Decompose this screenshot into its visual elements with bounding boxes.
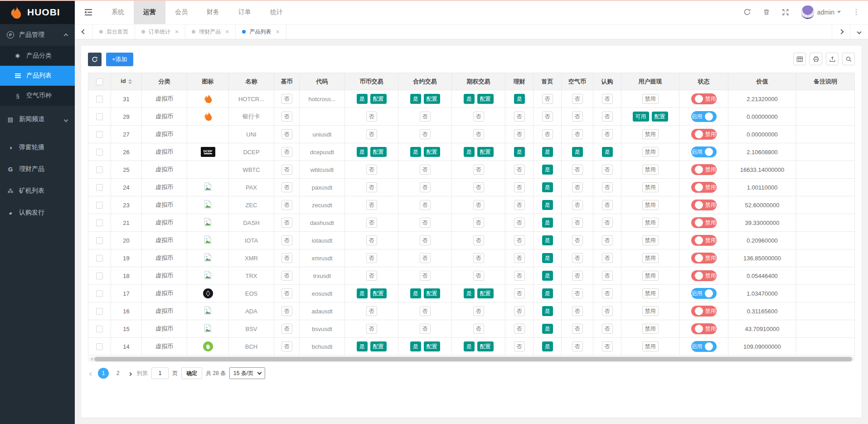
- toggle-tag-button[interactable]: 否: [572, 112, 583, 122]
- select-all-checkbox[interactable]: [96, 78, 103, 85]
- toggle-tag-button[interactable]: 否: [542, 94, 553, 104]
- search-icon[interactable]: [842, 53, 855, 65]
- status-toggle[interactable]: 禁用: [691, 93, 717, 104]
- toggle-tag-button[interactable]: 是: [464, 288, 475, 298]
- toggle-tag-button[interactable]: 禁用: [642, 165, 659, 175]
- toggle-tag-button[interactable]: 否: [514, 129, 525, 139]
- trash-icon[interactable]: [763, 8, 770, 16]
- toggle-tag-button[interactable]: 否: [366, 182, 377, 192]
- confirm-button[interactable]: 确定: [181, 367, 202, 379]
- toggle-tag-button[interactable]: 禁用: [642, 94, 659, 104]
- toggle-tag-button[interactable]: 否: [572, 200, 583, 210]
- toggle-tag-button[interactable]: 是: [410, 288, 421, 298]
- sidebar-item-popup-carousel[interactable]: ◑ 弹窗轮播: [0, 136, 75, 158]
- user-menu[interactable]: admin: [801, 5, 841, 19]
- prev-page-icon[interactable]: [88, 370, 94, 377]
- fullscreen-icon[interactable]: [782, 9, 789, 16]
- topnav-item-finance[interactable]: 财务: [197, 0, 229, 24]
- toggle-tag-button[interactable]: 否: [602, 235, 613, 245]
- topnav-item-statistics[interactable]: 统计: [261, 0, 292, 24]
- goto-page-input[interactable]: [151, 367, 169, 379]
- row-checkbox[interactable]: [96, 166, 103, 173]
- toggle-tag-button[interactable]: 是: [464, 341, 475, 351]
- toggle-tag-button[interactable]: 否: [420, 200, 431, 210]
- row-checkbox[interactable]: [96, 149, 103, 156]
- toggle-tag-button[interactable]: 否: [281, 165, 292, 175]
- toggle-tag-button[interactable]: 是: [357, 147, 368, 157]
- toggle-tag-button[interactable]: 否: [281, 182, 292, 192]
- avatar[interactable]: [801, 5, 815, 19]
- toggle-tag-button[interactable]: 否: [473, 271, 484, 281]
- toggle-tag-button[interactable]: 否: [514, 253, 525, 263]
- toggle-tag-button[interactable]: 是: [514, 147, 525, 157]
- status-toggle[interactable]: 启用: [691, 341, 717, 352]
- config-button[interactable]: 配置: [652, 112, 668, 122]
- config-button[interactable]: 配置: [477, 94, 494, 104]
- status-toggle[interactable]: 禁用: [691, 217, 717, 228]
- sidebar-toggle-icon[interactable]: [75, 9, 102, 16]
- status-toggle[interactable]: 禁用: [691, 182, 717, 193]
- toggle-tag-button[interactable]: 否: [602, 112, 613, 122]
- status-toggle[interactable]: 禁用: [691, 164, 717, 175]
- toggle-tag-button[interactable]: 否: [572, 341, 583, 351]
- toggle-tag-button[interactable]: 否: [602, 94, 613, 104]
- toggle-tag-button[interactable]: 否: [602, 288, 613, 298]
- toggle-tag-button[interactable]: 否: [514, 306, 525, 316]
- toggle-tag-button[interactable]: 否: [366, 306, 377, 316]
- row-checkbox[interactable]: [96, 237, 103, 244]
- row-checkbox[interactable]: [96, 131, 103, 138]
- toggle-tag-button[interactable]: 否: [572, 94, 583, 104]
- sidebar-group-product[interactable]: P 产品管理: [0, 24, 75, 46]
- toggle-tag-button[interactable]: 禁用: [642, 200, 659, 210]
- sort-desc-icon[interactable]: [128, 82, 132, 86]
- toggle-tag-button[interactable]: 否: [473, 235, 484, 245]
- status-toggle[interactable]: 禁用: [691, 253, 717, 263]
- sort-icon[interactable]: [128, 77, 132, 86]
- toggle-tag-button[interactable]: 是: [542, 253, 553, 263]
- sidebar-group-news[interactable]: ▤ 新闻频道: [0, 108, 75, 130]
- toggle-tag-button[interactable]: 禁用: [642, 182, 659, 192]
- table-refresh-button[interactable]: [88, 53, 102, 66]
- toggle-tag-button[interactable]: 是: [542, 341, 553, 351]
- export-icon[interactable]: [826, 53, 839, 65]
- close-icon[interactable]: ×: [276, 28, 279, 35]
- toggle-tag-button[interactable]: 否: [572, 306, 583, 316]
- config-button[interactable]: 配置: [370, 147, 387, 157]
- toggle-tag-button[interactable]: 否: [473, 200, 484, 210]
- row-checkbox[interactable]: [96, 290, 103, 297]
- toggle-tag-button[interactable]: 否: [366, 324, 377, 334]
- toggle-tag-button[interactable]: 否: [602, 306, 613, 316]
- page-1[interactable]: 1: [98, 368, 109, 379]
- next-page-icon[interactable]: [127, 370, 133, 377]
- toggle-tag-button[interactable]: 否: [572, 235, 583, 245]
- row-checkbox[interactable]: [96, 326, 103, 332]
- toggle-tag-button[interactable]: 否: [366, 200, 377, 210]
- close-icon[interactable]: ×: [225, 28, 229, 35]
- toggle-tag-button[interactable]: 是: [572, 147, 583, 157]
- page-size-select[interactable]: 15 条/页: [229, 367, 265, 379]
- row-checkbox[interactable]: [96, 219, 103, 226]
- toggle-tag-button[interactable]: 否: [281, 235, 292, 245]
- toggle-tag-button[interactable]: 否: [572, 271, 583, 281]
- toggle-tag-button[interactable]: 是: [464, 94, 475, 104]
- toggle-tag-button[interactable]: 否: [542, 129, 553, 139]
- config-button[interactable]: 配置: [424, 147, 440, 157]
- toggle-tag-button[interactable]: 否: [473, 218, 484, 228]
- sidebar-item-product-category[interactable]: ✱ 产品分类: [0, 46, 75, 66]
- toggle-tag-button[interactable]: 是: [542, 218, 553, 228]
- topnav-item-member[interactable]: 会员: [165, 0, 197, 24]
- status-toggle[interactable]: 禁用: [691, 270, 717, 281]
- toggle-tag-button[interactable]: 否: [514, 200, 525, 210]
- toggle-tag-button[interactable]: 否: [420, 218, 431, 228]
- toggle-tag-button[interactable]: 否: [281, 200, 292, 210]
- toggle-tag-button[interactable]: 否: [366, 235, 377, 245]
- toggle-tag-button[interactable]: 禁用: [642, 129, 659, 139]
- toggle-tag-button[interactable]: 否: [514, 218, 525, 228]
- toggle-tag-button[interactable]: 是: [542, 147, 553, 157]
- toggle-tag-button[interactable]: 是: [464, 147, 475, 157]
- toggle-tag-button[interactable]: 否: [514, 288, 525, 298]
- tabs-scroll-right[interactable]: [832, 24, 850, 39]
- toggle-tag-button[interactable]: 是: [542, 324, 553, 334]
- row-checkbox[interactable]: [96, 184, 103, 191]
- toggle-tag-button[interactable]: 禁用: [642, 253, 659, 263]
